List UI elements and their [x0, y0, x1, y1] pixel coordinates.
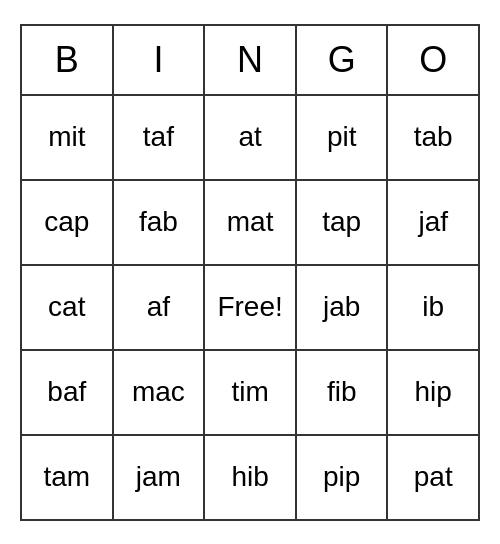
- cell-r3-c0: baf: [21, 350, 113, 435]
- cell-r4-c3: pip: [296, 435, 388, 520]
- cell-r2-c0: cat: [21, 265, 113, 350]
- header-col-g: G: [296, 25, 388, 95]
- cell-r4-c4: pat: [387, 435, 479, 520]
- header-col-o: O: [387, 25, 479, 95]
- cell-r3-c2: tim: [204, 350, 296, 435]
- cell-r0-c3: pit: [296, 95, 388, 180]
- cell-r0-c0: mit: [21, 95, 113, 180]
- cell-r3-c3: fib: [296, 350, 388, 435]
- cell-r2-c1: af: [113, 265, 205, 350]
- cell-r0-c1: taf: [113, 95, 205, 180]
- header-row: BINGO: [21, 25, 479, 95]
- cell-r4-c1: jam: [113, 435, 205, 520]
- cell-r2-c4: ib: [387, 265, 479, 350]
- table-row: catafFree!jabib: [21, 265, 479, 350]
- cell-r1-c2: mat: [204, 180, 296, 265]
- cell-r3-c1: mac: [113, 350, 205, 435]
- cell-r2-c3: jab: [296, 265, 388, 350]
- cell-r0-c4: tab: [387, 95, 479, 180]
- table-row: mittafatpittab: [21, 95, 479, 180]
- cell-r4-c0: tam: [21, 435, 113, 520]
- table-row: bafmactimfibhip: [21, 350, 479, 435]
- header-col-n: N: [204, 25, 296, 95]
- cell-r0-c2: at: [204, 95, 296, 180]
- table-row: tamjamhibpippat: [21, 435, 479, 520]
- cell-r1-c0: cap: [21, 180, 113, 265]
- table-row: capfabmattapjaf: [21, 180, 479, 265]
- header-col-i: I: [113, 25, 205, 95]
- cell-r2-c2: Free!: [204, 265, 296, 350]
- cell-r1-c3: tap: [296, 180, 388, 265]
- bingo-card: BINGO mittafatpittabcapfabmattapjafcataf…: [20, 24, 480, 521]
- cell-r1-c1: fab: [113, 180, 205, 265]
- bingo-body: mittafatpittabcapfabmattapjafcatafFree!j…: [21, 95, 479, 520]
- cell-r1-c4: jaf: [387, 180, 479, 265]
- cell-r3-c4: hip: [387, 350, 479, 435]
- cell-r4-c2: hib: [204, 435, 296, 520]
- header-col-b: B: [21, 25, 113, 95]
